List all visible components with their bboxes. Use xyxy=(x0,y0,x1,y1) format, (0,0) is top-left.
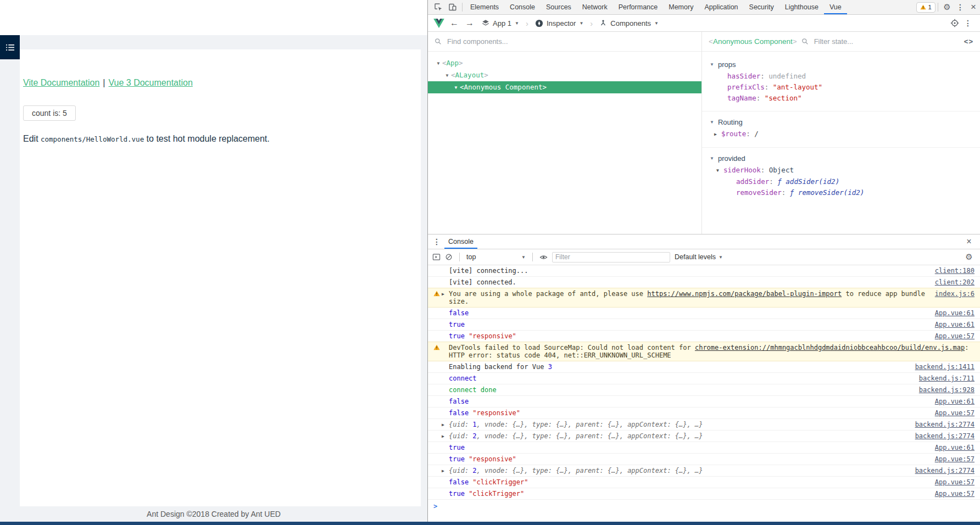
state-row-addSider: addSider: ƒ addSider(id2) xyxy=(702,176,980,187)
source-link[interactable]: client:202 xyxy=(935,278,975,286)
tab-performance[interactable]: Performance xyxy=(613,0,664,14)
tab-application[interactable]: Application xyxy=(699,0,743,14)
find-components-input[interactable] xyxy=(446,37,695,46)
kebab-menu-icon[interactable]: ⋮ xyxy=(954,0,967,14)
console-prompt[interactable]: > xyxy=(428,500,980,513)
tab-sources[interactable]: Sources xyxy=(541,0,577,14)
section-header[interactable]: ▼Routing xyxy=(702,115,980,129)
code-icon[interactable]: <> xyxy=(964,37,973,46)
console-message-text: [vite] connecting... xyxy=(449,267,926,275)
clear-console-icon[interactable] xyxy=(445,253,453,261)
console-drawer-tab[interactable]: Console xyxy=(444,234,477,249)
tab-lighthouse[interactable]: Lighthouse xyxy=(779,0,824,14)
console-filter-input[interactable] xyxy=(552,252,670,262)
source-link[interactable]: App.vue:57 xyxy=(935,490,975,498)
menu-trigger-icon xyxy=(6,44,14,51)
context-selector-value: top xyxy=(466,253,476,261)
source-link[interactable]: backend.js:2774 xyxy=(915,421,975,428)
issues-warning-badge[interactable]: 1 xyxy=(916,2,936,13)
tab-vue[interactable]: Vue xyxy=(824,0,847,14)
inspector-selector[interactable]: Inspector ▼ xyxy=(535,19,583,27)
source-link[interactable]: backend.js:2774 xyxy=(915,432,975,440)
tab-memory[interactable]: Memory xyxy=(663,0,699,14)
tree-node-app[interactable]: ▼<App> xyxy=(428,57,701,69)
sider-trigger-button[interactable] xyxy=(0,35,20,59)
console-row: ▶{uid: 1, vnode: {…}, type: {…}, parent:… xyxy=(428,419,980,431)
settings-gear-icon[interactable]: ⚙ xyxy=(940,0,954,14)
section-header[interactable]: ▼props xyxy=(702,58,980,71)
forward-arrow-icon[interactable]: → xyxy=(465,18,474,28)
inspector-selector-label: Inspector xyxy=(547,19,576,27)
expand-caret-icon[interactable]: ▶ xyxy=(442,291,444,298)
page-header xyxy=(0,0,427,35)
section-header[interactable]: ▼provided xyxy=(702,152,980,165)
tab-console[interactable]: Console xyxy=(504,0,541,14)
console-message-text: connect done xyxy=(449,386,910,394)
expand-caret-icon[interactable]: ▶ xyxy=(714,129,721,140)
expand-caret-icon[interactable]: ▼ xyxy=(443,70,451,82)
edit-hint-code: components/HelloWorld.vue xyxy=(41,135,144,143)
expand-caret-icon[interactable]: ▼ xyxy=(716,165,723,176)
expand-caret-icon[interactable]: ▶ xyxy=(442,421,444,429)
find-components-bar xyxy=(428,32,701,52)
console-row: ▶{uid: 2, vnode: {…}, type: {…}, parent:… xyxy=(428,431,980,442)
state-section-props: ▼propshasSider: undefinedprefixCls: "ant… xyxy=(702,54,980,111)
edit-hint-suffix: to test hot module replacement. xyxy=(144,134,270,143)
context-selector[interactable]: top ▼ xyxy=(466,253,526,261)
app-selector[interactable]: App 1 ▼ xyxy=(482,19,519,27)
expand-caret-icon[interactable]: ▶ xyxy=(442,467,444,475)
tab-network[interactable]: Network xyxy=(577,0,613,14)
log-levels-selector[interactable]: Default levels ▼ xyxy=(675,253,723,261)
back-arrow-icon[interactable]: ← xyxy=(450,18,459,28)
source-link[interactable]: App.vue:61 xyxy=(935,444,975,451)
expand-caret-icon[interactable]: ▼ xyxy=(452,82,460,94)
eye-icon[interactable] xyxy=(539,254,548,261)
source-link[interactable]: backend.js:711 xyxy=(919,375,975,382)
section-title: props xyxy=(718,60,736,69)
source-link[interactable]: App.vue:61 xyxy=(935,321,975,328)
console-link[interactable]: chrome-extension://mhmngacblnhdgdmdaidni… xyxy=(695,344,965,351)
kebab-menu-icon[interactable]: ⋮ xyxy=(432,234,441,249)
console-settings-gear-icon[interactable]: ⚙ xyxy=(962,250,976,264)
source-link[interactable]: App.vue:57 xyxy=(935,455,975,463)
source-link[interactable]: backend.js:2774 xyxy=(915,467,975,474)
edit-hint-prefix: Edit xyxy=(23,134,41,143)
vite-doc-link[interactable]: Vite Documentation xyxy=(23,78,99,87)
source-link[interactable]: App.vue:57 xyxy=(935,478,975,486)
close-icon[interactable]: × xyxy=(962,234,976,249)
source-link[interactable]: client:180 xyxy=(935,267,975,275)
inspect-cursor-icon[interactable] xyxy=(431,0,446,14)
source-link[interactable]: index.js:6 xyxy=(935,290,975,298)
source-link[interactable]: App.vue:57 xyxy=(935,409,975,417)
tree-node-anonymous-component[interactable]: ▼<Anonymous Component> xyxy=(428,81,701,93)
chevron-separator-icon: › xyxy=(590,19,593,28)
count-button[interactable]: count is: 5 xyxy=(23,105,76,121)
console-sidebar-icon[interactable] xyxy=(432,253,441,261)
target-icon[interactable] xyxy=(948,16,961,30)
tab-elements[interactable]: Elements xyxy=(465,0,504,14)
dropdown-caret-icon: ▼ xyxy=(579,21,583,26)
source-link[interactable]: backend.js:1411 xyxy=(915,363,975,371)
tab-security[interactable]: Security xyxy=(744,0,779,14)
expand-caret-icon[interactable]: ▶ xyxy=(442,433,444,440)
kebab-menu-icon[interactable]: ⋮ xyxy=(961,16,975,30)
components-selector[interactable]: Components ▼ xyxy=(599,19,659,27)
source-link[interactable]: App.vue:57 xyxy=(935,332,975,340)
source-link[interactable]: backend.js:928 xyxy=(919,386,975,394)
console-message-text: false xyxy=(449,309,926,317)
console-message-text: true "clickTrigger" xyxy=(449,490,926,498)
source-link[interactable]: App.vue:61 xyxy=(935,309,975,317)
state-key: $route xyxy=(721,130,746,138)
close-icon[interactable]: × xyxy=(967,0,980,14)
device-toolbar-icon[interactable] xyxy=(446,0,460,14)
tree-node-alayout[interactable]: ▼<ALayout> xyxy=(428,69,701,81)
filter-state-input[interactable] xyxy=(813,37,960,46)
chevron-separator-icon: › xyxy=(526,19,528,28)
layers-icon xyxy=(482,19,489,27)
source-link[interactable]: App.vue:61 xyxy=(935,398,975,405)
vue-doc-link[interactable]: Vue 3 Documentation xyxy=(109,78,193,87)
console-link[interactable]: https://www.npmjs.com/package/babel-plug… xyxy=(647,290,842,298)
console-message-text: true xyxy=(449,444,926,451)
expand-caret-icon[interactable]: ▼ xyxy=(435,58,442,70)
state-row-tagName: tagName: "section" xyxy=(702,93,980,104)
